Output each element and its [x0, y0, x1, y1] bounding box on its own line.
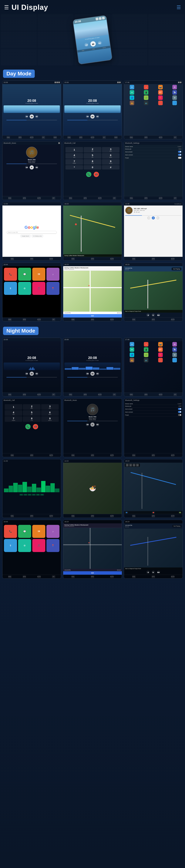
app-icon-15[interactable]: 📍 [158, 101, 163, 105]
soc-auto[interactable]: AUTO [171, 257, 175, 260]
night-cp-maps[interactable]: 🗺 [32, 525, 45, 538]
night-app-9[interactable]: 🔵 [130, 352, 134, 357]
call-btn-0[interactable]: 0 [84, 165, 101, 169]
soc-dial[interactable]: DIAL [132, 257, 135, 260]
cp-maps-app[interactable]: 🗺 [32, 268, 45, 281]
ncp-apn[interactable]: APN [23, 576, 26, 578]
bt-next[interactable]: ▶▶ [35, 166, 38, 169]
music-controls-2[interactable]: ◀◀ ▮▮ ▶▶ [86, 115, 99, 119]
wave-ctrl-3[interactable]: EQ3 [28, 494, 31, 496]
nav-navi-2[interactable]: NAVI [114, 136, 117, 139]
app-icon-1[interactable]: ✈ [130, 85, 134, 89]
na-bt[interactable]: BT [174, 393, 177, 396]
night-call-btn-5[interactable]: 5JKL [23, 410, 41, 416]
night-app-2[interactable]: ♪ [144, 342, 149, 346]
nav-next-btn[interactable]: ▶▶ [157, 313, 160, 317]
night-music-controls-2[interactable]: ◀◀ ▮▮ ▶▶ [86, 372, 99, 376]
night-nav-btn-4[interactable]: → [136, 464, 139, 466]
ns-dial[interactable]: DIAL [132, 454, 135, 457]
na-auto[interactable]: AUTO [159, 393, 162, 396]
nc-auto[interactable]: AUTO [50, 454, 53, 457]
app-icon-3[interactable]: 📷 [158, 85, 163, 89]
night-cp-messages[interactable]: 💬 [18, 525, 31, 538]
nn-auto[interactable]: AUTO [171, 515, 175, 517]
app-icon-9[interactable]: 🔵 [130, 95, 134, 100]
call-btn-3[interactable]: 3 DEF [102, 147, 120, 153]
night-app-15[interactable]: 📍 [158, 358, 163, 362]
night-cp-music[interactable]: ♪ [47, 525, 59, 538]
night-nav-next[interactable]: ▶▶ [157, 570, 160, 574]
social-next[interactable]: ▶▶ [156, 216, 159, 219]
na-dial[interactable]: DIAL [130, 393, 133, 396]
cp-dial[interactable]: DIAL [8, 318, 11, 321]
night-cp-settings[interactable]: ⚙ [18, 539, 31, 552]
wave-ctrl-2[interactable]: EQ2 [24, 494, 27, 496]
cp-messages-app[interactable]: 💬 [18, 268, 31, 281]
night-nav-btn-grid-3[interactable]: 🟢 [179, 512, 181, 514]
night-app-11[interactable]: 🔴 [158, 352, 163, 357]
night-play-1[interactable]: ▮▮ [30, 372, 34, 376]
prev-button[interactable]: ◀◀ [84, 43, 88, 47]
night-next-2[interactable]: ▶▶ [96, 372, 99, 375]
nn-apn[interactable]: APN [152, 515, 155, 517]
night-app-8[interactable]: 📡 [173, 347, 177, 352]
night-nav-play[interactable]: ▶ [152, 570, 155, 574]
nav-apn-nav[interactable]: APN [91, 257, 94, 260]
tn-auto[interactable]: AUTO [171, 318, 175, 321]
night-prev-1[interactable]: ◀◀ [25, 372, 28, 375]
night-cp-spotify[interactable]: 🎵 [32, 539, 45, 552]
night-app-3[interactable]: 📷 [158, 342, 163, 346]
ncp-bt[interactable]: BT [52, 576, 55, 578]
ntn-apn[interactable]: APN [152, 576, 155, 578]
night-bt-prev[interactable]: ◀◀ [86, 423, 89, 426]
call-btn-star[interactable]: * [65, 165, 83, 169]
next-button[interactable]: ▶▶ [98, 41, 102, 45]
wv-auto[interactable]: AUTO [50, 515, 53, 517]
nav-playback-controls[interactable]: ◀ ▶ ▶▶ [124, 313, 183, 317]
cp-settings-app[interactable]: ⚙ [18, 282, 31, 295]
night-call-btn-9[interactable]: 9WXYZ [41, 416, 59, 422]
nav-auto-apps[interactable]: AUTO [159, 136, 162, 139]
ph-dial[interactable]: DIAL [71, 515, 75, 517]
music-controls-1[interactable]: ◀◀ ▮▮ ▶▶ [25, 115, 38, 119]
bts-apn[interactable]: APN [144, 197, 148, 199]
cp-music-app[interactable]: ♪ [47, 268, 59, 281]
wave-ctrl-6[interactable]: EQ6 [40, 494, 44, 496]
nav-dial-1[interactable]: DIAL [7, 136, 10, 139]
bts-auto[interactable]: AUTO [159, 197, 162, 199]
bts-dial[interactable]: DIAL [130, 197, 133, 199]
nc-apn[interactable]: APN [30, 454, 33, 457]
night-app-14[interactable]: 📺 [144, 358, 149, 362]
app-icon-6[interactable]: 📱 [144, 90, 149, 95]
cp-spotify-app[interactable]: 🎵 [32, 282, 45, 295]
bt-prev[interactable]: ◀◀ [25, 166, 28, 169]
n2-apn[interactable]: APN [83, 393, 87, 396]
night-app-5[interactable]: ✈ [130, 347, 134, 352]
night-nav-btn-3[interactable]: ← [133, 464, 135, 466]
call-btn-9[interactable]: 9 WXYZ [102, 159, 120, 164]
night-call-btn-3[interactable]: 3DEF [41, 404, 59, 410]
btc-bt[interactable]: BT [113, 197, 116, 199]
n2-bt[interactable]: BT [113, 393, 116, 396]
tn-apn[interactable]: APN [152, 318, 155, 321]
app-icon-2[interactable]: ♪ [144, 85, 149, 89]
app-icon-11[interactable]: 🔴 [158, 95, 163, 100]
call-btn-8[interactable]: 8 TUV [84, 159, 101, 164]
cp-auto[interactable]: AUTO [37, 318, 41, 321]
night-cp-podcasts[interactable]: 🎙 [4, 539, 17, 552]
music-play-2[interactable]: ▮▮ [90, 115, 95, 119]
night-nav-prev[interactable]: ◀ [146, 570, 150, 574]
wv-apn[interactable]: APN [30, 515, 33, 517]
night-next-1[interactable]: ▶▶ [35, 372, 38, 375]
music-next-2[interactable]: ▶▶ [96, 115, 99, 118]
btc-apn[interactable]: APN [83, 197, 87, 199]
app-icon-14[interactable]: 📺 [144, 101, 149, 105]
music-prev-2[interactable]: ◀◀ [86, 115, 89, 118]
wave-ctrl-1[interactable]: EQ1 [20, 494, 23, 496]
night-call-btn-2[interactable]: 2ABC [23, 404, 41, 410]
bt-apn[interactable]: APN [23, 197, 26, 199]
nav-navi-1[interactable]: NAVI [53, 136, 57, 139]
nrest-apn[interactable]: APN [91, 576, 94, 578]
night-answer-btn[interactable]: 📞 [25, 424, 31, 429]
night-call-btn-1[interactable]: 1 [5, 404, 22, 410]
